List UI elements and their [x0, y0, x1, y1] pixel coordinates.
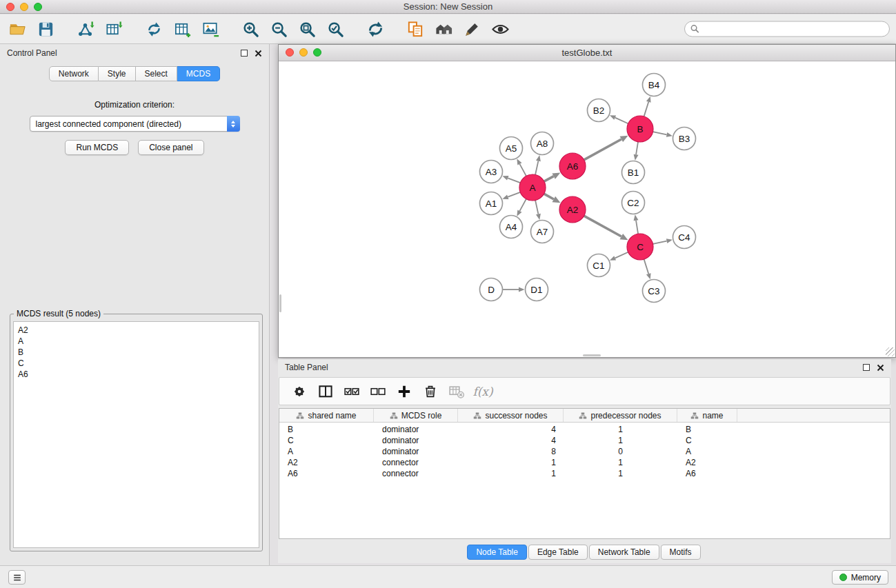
save-session-icon[interactable] [35, 19, 56, 39]
memory-button[interactable]: Memory [832, 570, 888, 585]
graph-edge-B-B1[interactable] [636, 142, 638, 155]
export-image-icon[interactable] [200, 19, 221, 39]
graph-node-C1[interactable]: C1 [588, 254, 610, 277]
graph-edge-C-C4[interactable] [653, 241, 667, 244]
table-row[interactable]: A2connector11A2 [279, 457, 890, 468]
mcds-result-list[interactable]: A2ABCA6 [13, 321, 259, 548]
mcds-result-item[interactable]: A6 [18, 369, 255, 380]
network-graph[interactable]: B4B2BB3A5A8A6A3B1AA1C2A2A4A7C4CC1C3DD1 [279, 62, 895, 357]
graph-node-D1[interactable]: D1 [526, 278, 548, 301]
tab-node-table[interactable]: Node Table [467, 545, 527, 560]
table-row[interactable]: A6connector11A6 [279, 468, 890, 479]
delete-table-icon[interactable] [446, 382, 467, 401]
graph-node-A4[interactable]: A4 [500, 216, 523, 239]
graph-node-B2[interactable]: B2 [588, 99, 610, 122]
close-panel-icon[interactable] [255, 50, 262, 57]
graph-node-A3[interactable]: A3 [480, 161, 503, 183]
graph-node-A6[interactable]: A6 [559, 153, 586, 179]
graph-node-A[interactable]: A [519, 174, 546, 201]
graph-edge-B-B2[interactable] [615, 118, 628, 124]
refresh-layout-icon[interactable] [365, 19, 386, 39]
close-panel-icon[interactable] [877, 364, 884, 372]
graph-edge-A-A1[interactable] [508, 192, 520, 197]
zoom-window-button[interactable] [34, 3, 42, 11]
graph-node-A5[interactable]: A5 [500, 137, 523, 160]
run-mcds-button[interactable]: Run MCDS [65, 140, 129, 155]
column-icon[interactable] [315, 382, 336, 401]
import-table-icon[interactable] [103, 19, 124, 39]
new-table-icon[interactable] [172, 19, 192, 39]
network-canvas[interactable]: B4B2BB3A5A8A6A3B1AA1C2A2A4A7C4CC1C3DD1 [279, 62, 895, 357]
mcds-result-item[interactable]: A2 [18, 325, 255, 336]
graph-edge-A-A4[interactable] [519, 199, 526, 211]
function-builder-icon[interactable]: f(x) [472, 382, 493, 401]
graph-node-B4[interactable]: B4 [643, 74, 666, 97]
close-window-button[interactable] [6, 3, 14, 11]
open-session-icon[interactable] [7, 19, 28, 39]
overview-icon[interactable] [433, 19, 454, 39]
criterion-dropdown[interactable]: largest connected component (directed) [30, 116, 240, 132]
tab-mcds[interactable]: MCDS [177, 66, 220, 81]
network-window[interactable]: testGlobe.txt B4B2BB3A5A8A6A3B1AA1C2A2A4… [278, 44, 896, 358]
table-row[interactable]: Adominator80A [279, 446, 890, 457]
graph-node-B1[interactable]: B1 [622, 161, 645, 184]
graph-edge-A-A3[interactable] [508, 178, 520, 183]
tab-edge-table[interactable]: Edge Table [528, 545, 588, 560]
tab-motifs[interactable]: Motifs [661, 545, 701, 560]
graph-node-C4[interactable]: C4 [673, 226, 696, 249]
horizontal-scrollbar[interactable] [583, 354, 601, 356]
new-network-icon[interactable] [143, 19, 164, 39]
import-network-icon[interactable] [75, 19, 96, 39]
float-panel-icon[interactable] [863, 364, 870, 371]
select-all-icon[interactable] [341, 382, 362, 401]
minimize-window-button[interactable] [299, 48, 308, 57]
column-header-shared-name[interactable]: shared name [279, 409, 374, 422]
graph-node-A2[interactable]: A2 [559, 196, 586, 223]
tab-network[interactable]: Network [49, 66, 99, 81]
graph-node-C[interactable]: C [627, 234, 653, 260]
graph-edge-A-A6[interactable] [544, 176, 554, 181]
vertical-scrollbar[interactable] [279, 294, 281, 312]
graph-edge-A-A8[interactable] [535, 161, 538, 174]
tab-network-table[interactable]: Network Table [589, 545, 659, 560]
zoom-window-button[interactable] [313, 48, 321, 57]
delete-row-icon[interactable] [420, 382, 441, 401]
graph-node-A8[interactable]: A8 [531, 132, 554, 155]
graph-edge-A-A2[interactable] [544, 194, 554, 199]
minimize-window-button[interactable] [20, 3, 28, 11]
graph-edge-A-A7[interactable] [535, 201, 538, 214]
zoom-fit-icon[interactable] [297, 19, 317, 39]
graph-edge-A6-B[interactable] [584, 139, 621, 160]
deselect-all-icon[interactable] [368, 382, 388, 401]
graph-edge-A-A5[interactable] [519, 164, 526, 176]
app-titlebar[interactable]: Session: New Session [0, 0, 896, 14]
graph-edge-C-C1[interactable] [615, 252, 628, 258]
table-row[interactable]: Bdominator41B [279, 424, 890, 435]
zoom-in-icon[interactable] [240, 19, 261, 39]
column-header-predecessor-nodes[interactable]: predecessor nodes [564, 409, 677, 422]
table-row[interactable]: Cdominator41C [279, 435, 890, 446]
resize-grip[interactable] [886, 347, 895, 356]
graph-edge-B-B4[interactable] [644, 102, 649, 116]
mcds-result-item[interactable]: A [18, 336, 255, 347]
search-input[interactable] [684, 21, 890, 37]
graph-node-C3[interactable]: C3 [643, 280, 666, 303]
mcds-result-item[interactable]: B [18, 347, 255, 358]
graph-node-A7[interactable]: A7 [531, 221, 554, 243]
float-panel-icon[interactable] [241, 50, 248, 57]
mcds-result-item[interactable]: C [18, 358, 255, 369]
graph-node-C2[interactable]: C2 [622, 192, 645, 214]
graph-edge-C-C2[interactable] [636, 221, 638, 234]
close-window-button[interactable] [286, 48, 294, 57]
first-neighbors-icon[interactable] [405, 19, 426, 39]
graph-node-B3[interactable]: B3 [673, 128, 696, 150]
zoom-out-icon[interactable] [268, 19, 289, 39]
graph-edge-B-B3[interactable] [653, 132, 667, 134]
tab-style[interactable]: Style [99, 66, 136, 81]
tab-select[interactable]: Select [136, 66, 177, 81]
close-panel-button[interactable]: Close panel [138, 140, 203, 155]
column-header-mcds-role[interactable]: MCDS role [374, 409, 458, 422]
annotation-icon[interactable] [461, 19, 482, 39]
zoom-selected-icon[interactable] [325, 19, 346, 39]
panel-menu-button[interactable] [8, 570, 26, 585]
